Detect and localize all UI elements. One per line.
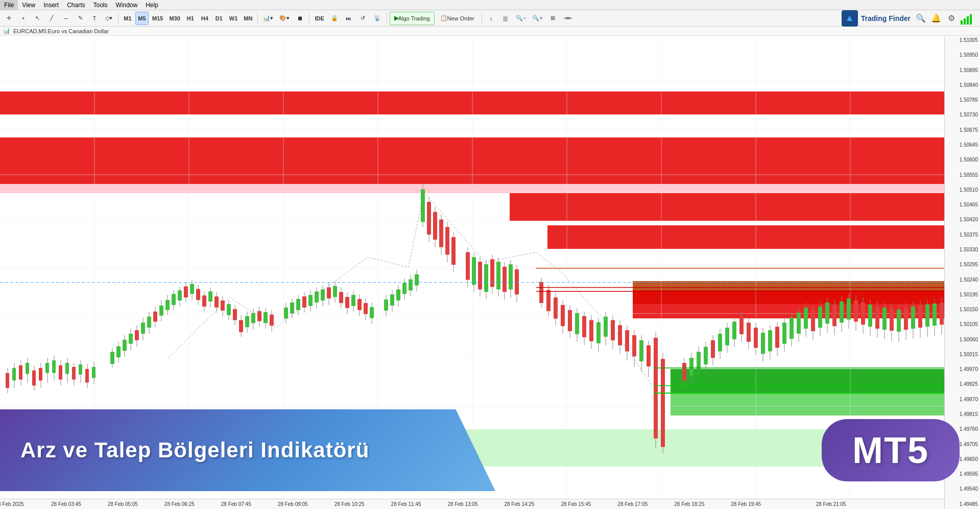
menu-insert[interactable]: Insert	[39, 0, 63, 10]
svg-rect-59	[147, 317, 151, 328]
svg-rect-49	[116, 346, 121, 358]
logo-area: ▲ Trading Finder 🔍 🔔 ⚙	[842, 10, 978, 27]
menu-file[interactable]: File	[0, 0, 18, 10]
svg-rect-201	[639, 340, 643, 361]
svg-rect-143	[421, 189, 425, 222]
menu-tools[interactable]: Tools	[89, 0, 112, 10]
svg-rect-153	[451, 237, 456, 265]
price-label: 1.50465	[947, 202, 978, 207]
menu-help[interactable]: Help	[141, 0, 162, 10]
tf-m5[interactable]: M5	[135, 12, 149, 25]
svg-rect-127	[364, 303, 368, 314]
notification-icon[interactable]: 🔔	[930, 12, 942, 25]
svg-rect-123	[351, 295, 355, 306]
svg-rect-95	[257, 311, 261, 321]
svg-rect-43	[85, 369, 89, 383]
pencil-btn[interactable]: ✎	[74, 12, 87, 25]
tf-m30[interactable]: M30	[166, 12, 182, 25]
svg-rect-117	[333, 286, 337, 297]
price-label: 1.50730	[947, 112, 978, 118]
zoom-out-btn[interactable]: 🔍−	[513, 12, 529, 25]
svg-rect-195	[618, 325, 622, 345]
chart-type-btn[interactable]: 📊▾	[260, 12, 276, 25]
time-label: 28 Feb 07:45	[221, 501, 251, 507]
text-btn[interactable]: T	[88, 12, 101, 25]
toolbar-right-icons: 🔍 🔔 ⚙	[915, 12, 974, 25]
shapes-btn[interactable]: ◇▾	[102, 12, 115, 25]
svg-rect-125	[357, 299, 362, 310]
refresh-btn[interactable]: ↺	[356, 12, 370, 25]
svg-rect-113	[321, 289, 325, 300]
search-icon[interactable]: 🔍	[915, 12, 927, 25]
svg-rect-223	[732, 321, 736, 339]
price-label: 1.50840	[947, 83, 978, 88]
chart-symbol: EURCAD	[13, 28, 37, 34]
svg-rect-33	[52, 360, 56, 373]
price-label: 1.50240	[947, 277, 978, 283]
chart-desc: Euro vs Canadian Dollar	[48, 28, 109, 34]
trading-finder-logo[interactable]: ▲ Trading Finder	[842, 10, 911, 27]
tf-w1[interactable]: W1	[227, 12, 241, 25]
svg-rect-233	[768, 330, 772, 351]
menu-charts[interactable]: Charts	[63, 0, 89, 10]
tf-m1[interactable]: M1	[121, 12, 134, 25]
grid-btn[interactable]: ⊞	[546, 12, 560, 25]
sep3	[309, 13, 309, 24]
scale-btn[interactable]: ◼	[293, 12, 306, 25]
price-label: 1.49540	[947, 487, 978, 492]
svg-rect-179	[561, 305, 565, 326]
svg-rect-261	[868, 305, 872, 327]
price-label: 1.50105	[947, 322, 978, 327]
crosshair-btn[interactable]: ✛	[2, 12, 15, 25]
price-label: 1.51005	[947, 38, 978, 43]
lock-btn[interactable]: 🔒	[328, 12, 341, 25]
tf-h1[interactable]: H1	[184, 12, 197, 25]
line-btn[interactable]: ╱	[45, 12, 58, 25]
svg-rect-91	[245, 316, 249, 328]
svg-rect-89	[239, 320, 243, 332]
svg-rect-267	[890, 309, 894, 331]
price-label: 1.49970	[947, 367, 978, 372]
signals-btn[interactable]: 📡	[371, 12, 384, 25]
svg-rect-131	[384, 299, 388, 311]
svg-rect-159	[478, 262, 482, 289]
time-label: 28 Feb 09:05	[278, 501, 308, 507]
price-label: 1.50675	[947, 128, 978, 133]
price-label: 1.50555	[947, 173, 978, 178]
menu-window[interactable]: Window	[112, 0, 142, 10]
svg-rect-203	[647, 345, 651, 366]
menu-view[interactable]: View	[18, 0, 39, 10]
autoscroll-btn[interactable]: ⇥⇤	[561, 12, 575, 25]
forward-btn[interactable]: ⏭	[342, 12, 355, 25]
tf-h4[interactable]: H4	[198, 12, 211, 25]
time-label: 28 Feb 05:05	[108, 501, 138, 507]
svg-rect-215	[704, 347, 708, 364]
ide-btn[interactable]: IDE	[312, 12, 326, 25]
tf-m15[interactable]: M15	[150, 12, 165, 25]
svg-rect-249	[825, 303, 829, 323]
arrow-btn[interactable]: ↖	[31, 12, 44, 25]
new-order-btn[interactable]: 📋 New Order	[436, 12, 479, 25]
color-btn[interactable]: 🎨▾	[277, 12, 292, 25]
svg-rect-253	[840, 302, 844, 322]
svg-rect-207	[661, 359, 665, 447]
chart-canvas[interactable]	[0, 36, 944, 499]
plus-btn[interactable]: ＋	[16, 12, 30, 25]
price-label: 1.49595	[947, 472, 978, 477]
tf-mn[interactable]: MN	[241, 12, 255, 25]
algo-trading-btn[interactable]: ▶ Algo Trading	[390, 12, 435, 25]
svg-rect-269	[897, 310, 901, 332]
svg-rect-263	[875, 307, 879, 329]
zoom-in-btn[interactable]: 🔍+	[530, 12, 545, 25]
price-label: 1.50195	[947, 292, 978, 297]
svg-rect-155	[466, 252, 470, 280]
settings-icon[interactable]: ⚙	[945, 12, 958, 25]
time-label: 28 Feb 13:05	[448, 501, 478, 507]
svg-rect-213	[697, 352, 701, 369]
hline-btn[interactable]: ─	[59, 12, 73, 25]
depth-btn[interactable]: ↕	[485, 12, 498, 25]
svg-rect-37	[65, 363, 69, 374]
bars-btn[interactable]: |||	[499, 12, 512, 25]
tf-d1[interactable]: D1	[212, 12, 226, 25]
time-label: 28 Feb 18:25	[674, 501, 704, 507]
